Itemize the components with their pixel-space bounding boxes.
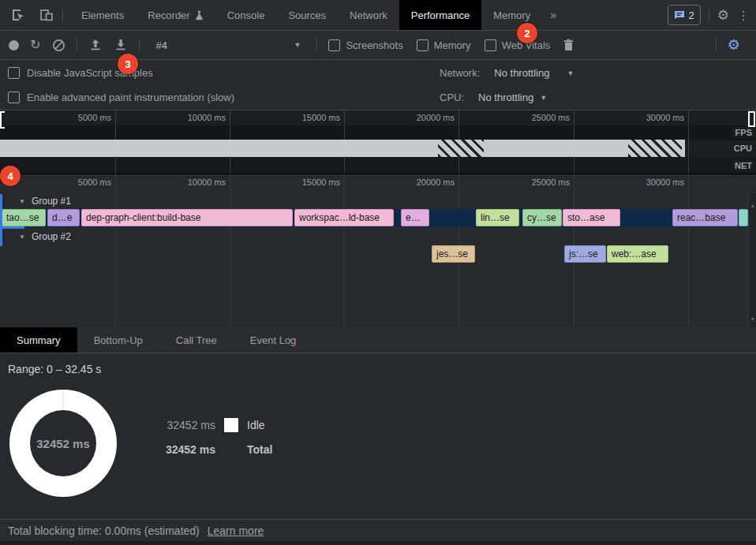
cpu-throttle-value[interactable]: No throttling (478, 91, 533, 103)
record-button[interactable] (9, 40, 19, 50)
scroll-up-icon[interactable]: ▲ (749, 203, 756, 208)
checkbox[interactable] (8, 67, 20, 79)
tab-label: Performance (411, 9, 470, 21)
checkbox-label: Memory (434, 39, 471, 51)
issues-count: 2 (689, 9, 694, 21)
flame-bar[interactable] (739, 209, 748, 226)
flame-bar[interactable]: sto…ase (563, 209, 620, 226)
reload-and-record-icon[interactable]: ↻ (30, 39, 40, 51)
network-throttle-control: Network: No throttling ▼ (440, 61, 574, 85)
delete-recording-icon[interactable] (561, 38, 575, 52)
recording-history-select[interactable]: #4 ▼ (151, 35, 305, 54)
tab-elements[interactable]: Elements (69, 0, 136, 30)
details-tabbar: SummaryBottom-UpCall TreeEvent Log (0, 327, 756, 353)
divider (716, 39, 717, 51)
advanced-paint-label: Enable advanced paint instrumentation (s… (27, 91, 234, 103)
legend-name: Idle (247, 419, 265, 431)
ruler-tick-label: 5000 ms (32, 113, 111, 122)
tab-recorder[interactable]: Recorder (136, 0, 215, 30)
flame-bar[interactable]: tao…se (2, 209, 46, 226)
step-badge-3: 3 (118, 54, 138, 74)
checkbox[interactable] (485, 39, 496, 51)
checkbox[interactable] (417, 39, 429, 51)
tab-label: Elements (81, 9, 124, 21)
ruler-tick-label: 5000 ms (32, 177, 111, 187)
group-header[interactable]: ▼Group #1 (19, 194, 71, 208)
legend-swatch (224, 418, 238, 432)
capture-checkbox-screenshots[interactable]: Screenshots (328, 39, 402, 51)
more-tabs-button[interactable]: » (542, 9, 564, 21)
network-throttle-label: Network: (440, 67, 480, 79)
scroll-down-icon[interactable]: ▼ (749, 316, 756, 322)
device-toolbar-icon[interactable] (38, 6, 55, 24)
flame-bar-label: lin…se (481, 212, 510, 223)
details-tab-summary[interactable]: Summary (0, 327, 77, 353)
ruler-tick-line (230, 174, 230, 327)
capture-checkbox-memory[interactable]: Memory (417, 39, 471, 51)
tab-label: Console (227, 9, 265, 21)
issues-bubble-icon (674, 10, 685, 20)
inspect-element-icon[interactable] (9, 6, 27, 24)
advanced-paint-option[interactable]: Enable advanced paint instrumentation (s… (8, 85, 234, 110)
tab-network[interactable]: Network (338, 0, 399, 30)
flame-bar[interactable]: workspac…ld-base (294, 209, 394, 226)
flame-bar-label: jes…se (436, 248, 468, 259)
details-tab-bottom-up[interactable]: Bottom-Up (77, 327, 159, 353)
flame-bar[interactable]: cy…se (522, 209, 562, 226)
flame-bar[interactable]: lin…se (476, 209, 519, 226)
flame-bar[interactable]: e… (401, 209, 429, 226)
capture-options: Disable JavaScript samples Enable advanc… (0, 61, 756, 110)
learn-more-link[interactable]: Learn more (208, 524, 264, 537)
collapse-triangle-icon[interactable]: ▼ (19, 198, 25, 205)
flame-bar[interactable]: jes…se (432, 245, 475, 263)
performance-toolbar: ↻ #4 ▼ ScreenshotsMemoryWeb Vitals ⚙ (0, 31, 756, 60)
capture-checkbox-web-vitals[interactable]: Web Vitals (485, 39, 551, 51)
ruler-tick-label: 30000 ms (605, 113, 684, 122)
save-profile-icon[interactable] (114, 38, 128, 52)
flame-bar-label: web:…ase (612, 248, 657, 259)
settings-gear-icon[interactable]: ⚙ (717, 9, 729, 22)
flame-bar-label: workspac…ld-base (299, 212, 380, 223)
network-throttle-value[interactable]: No throttling (494, 67, 549, 79)
details-tab-event-log[interactable]: Event Log (234, 327, 313, 353)
range-handle-right[interactable] (748, 111, 755, 127)
details-tab-call-tree[interactable]: Call Tree (159, 327, 234, 353)
flame-bar[interactable]: dep-graph-client:build-base (81, 209, 293, 226)
cpu-throttled-hatch (628, 140, 682, 157)
flame-bar[interactable]: js:…se (564, 245, 606, 263)
collapse-triangle-icon[interactable]: ▼ (19, 233, 25, 241)
cpu-activity-band (0, 140, 685, 157)
timeline-overview[interactable]: 5000 ms10000 ms15000 ms20000 ms25000 ms3… (0, 110, 756, 174)
capture-settings-gear-icon[interactable]: ⚙ (728, 38, 740, 52)
issues-counter-button[interactable]: 2 (668, 5, 701, 25)
flame-bar-label: reac…base (677, 212, 725, 223)
divider (77, 39, 77, 51)
ruler-tick-label: 25000 ms (491, 177, 570, 187)
more-options-icon[interactable]: ⋮ (737, 8, 750, 23)
divider (709, 9, 709, 21)
clear-recording-icon[interactable] (51, 38, 65, 52)
chevron-down-icon[interactable]: ▼ (567, 69, 574, 77)
tab-sources[interactable]: Sources (276, 0, 338, 30)
load-profile-icon[interactable] (88, 38, 103, 52)
flame-scrollbar[interactable]: ▲ ▼ (748, 193, 756, 327)
flame-bar[interactable]: d…e (47, 209, 80, 226)
checkbox-label: Screenshots (346, 39, 402, 51)
flame-bar[interactable]: reac…base (672, 209, 738, 226)
cpu-lane-label: CPU (731, 143, 755, 154)
range-handle-left[interactable] (0, 111, 5, 129)
checkbox[interactable] (328, 39, 340, 51)
tab-performance[interactable]: Performance (399, 0, 481, 30)
legend-row: 32452 msTotal (162, 442, 272, 457)
tab-label: Memory (493, 9, 530, 21)
flame-bar[interactable]: web:…ase (607, 245, 668, 263)
chevron-down-icon[interactable]: ▼ (540, 94, 547, 102)
tab-console[interactable]: Console (215, 0, 277, 30)
group-header[interactable]: ▼Group #2 (19, 230, 71, 244)
flame-chart[interactable]: 5000 ms10000 ms15000 ms20000 ms25000 ms3… (0, 174, 756, 327)
ruler-tick-line (115, 174, 116, 327)
group-label: Group #1 (32, 196, 71, 207)
flame-bar-label: tao…se (6, 212, 39, 223)
legend-value: 32452 ms (162, 419, 215, 431)
checkbox[interactable] (8, 91, 20, 103)
